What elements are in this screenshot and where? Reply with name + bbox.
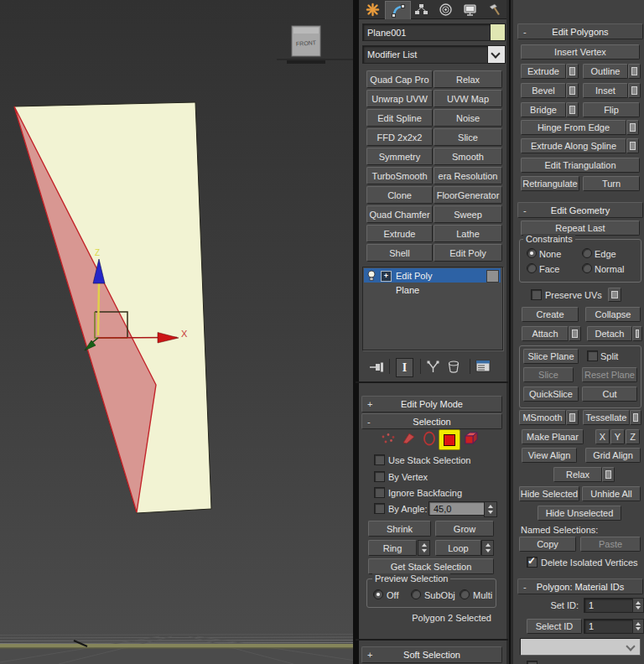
perspective-viewport[interactable]: FRONT Z X <box>0 0 356 664</box>
front-box-object[interactable]: FRONT <box>277 26 355 64</box>
spinner-down-icon[interactable] <box>636 627 641 630</box>
modbtn-quad-chamfer[interactable]: Quad Chamfer <box>366 205 433 223</box>
attach-button[interactable]: Attach <box>522 326 569 341</box>
make-planar-x-button[interactable]: X <box>595 429 610 444</box>
gizmo-z-shaft[interactable] <box>98 283 99 335</box>
tab-utilities[interactable] <box>482 1 506 18</box>
vertex-mode-icon[interactable] <box>381 433 397 445</box>
bevel-settings-button[interactable] <box>566 83 579 98</box>
stack-item-edit-poly[interactable]: + Edit Poly <box>364 268 501 283</box>
collapse-button[interactable]: Collapse <box>585 307 641 322</box>
slice-button[interactable]: Slice <box>523 367 574 382</box>
hinge-from-edge-settings-button[interactable] <box>626 120 639 135</box>
inset-settings-button[interactable] <box>628 83 641 98</box>
delete-isolated-vertices-checkbox[interactable] <box>527 557 538 568</box>
modbtn-shell[interactable]: Shell <box>366 244 433 262</box>
modbtn-lathe[interactable]: Lathe <box>434 225 502 242</box>
modbtn-ffd-2x2x2[interactable]: FFD 2x2x2 <box>366 128 433 146</box>
spinner-up-icon[interactable] <box>422 543 427 547</box>
modbtn-quad-cap-pro[interactable]: Quad Cap Pro <box>366 70 433 88</box>
detach-settings-button[interactable] <box>632 326 642 341</box>
modbtn-uvw-map[interactable]: UVW Map <box>434 90 502 107</box>
modbtn-extrude[interactable]: Extrude <box>366 225 433 242</box>
cut-button[interactable]: Cut <box>582 386 637 402</box>
view-align-button[interactable]: View Align <box>522 448 577 463</box>
flip-button[interactable]: Flip <box>583 102 640 117</box>
quickslice-button[interactable]: QuickSlice <box>523 386 579 402</box>
retriangulate-button[interactable]: Retriangulate <box>521 176 579 191</box>
spinner-down-icon[interactable] <box>486 549 491 552</box>
modbtn-edit-spline[interactable]: Edit Spline <box>366 109 433 127</box>
preview-off-radio[interactable] <box>373 589 383 599</box>
preview-multi-radio[interactable] <box>460 589 470 599</box>
by-angle-checkbox[interactable] <box>374 503 385 514</box>
shrink-button[interactable]: Shrink <box>368 521 431 537</box>
tab-create[interactable] <box>361 1 385 18</box>
tab-motion[interactable] <box>434 1 458 18</box>
relax-button[interactable]: Relax <box>553 467 602 482</box>
insert-vertex-button[interactable]: Insert Vertex <box>521 44 640 60</box>
make-planar-y-button[interactable]: Y <box>610 429 625 444</box>
bevel-button[interactable]: Bevel <box>521 83 566 98</box>
modbtn-edit-poly[interactable]: Edit Poly <box>434 244 502 262</box>
remove-modifier-icon[interactable] <box>448 361 460 374</box>
tessellate-button[interactable]: Tessellate <box>583 410 630 425</box>
spinner-up-icon[interactable] <box>636 601 641 604</box>
tessellate-settings-button[interactable] <box>630 410 641 425</box>
bridge-button[interactable]: Bridge <box>521 102 566 117</box>
ignore-backfacing-checkbox[interactable] <box>374 487 385 498</box>
hide-unselected-button[interactable]: Hide Unselected <box>538 506 621 521</box>
tab-modify[interactable] <box>385 1 411 19</box>
paste-button[interactable]: Paste <box>580 537 641 552</box>
constraint-none-radio[interactable] <box>527 248 537 258</box>
modbtn-turbosmooth[interactable]: TurboSmooth <box>366 167 433 184</box>
slice-plane-button[interactable]: Slice Plane <box>523 349 579 364</box>
msmooth-button[interactable]: MSmooth <box>519 410 566 425</box>
loop-spinner[interactable] <box>481 540 494 556</box>
make-unique-icon[interactable] <box>426 361 440 374</box>
modbtn-clone[interactable]: Clone <box>366 186 433 204</box>
stack-expand-icon[interactable]: + <box>381 271 392 282</box>
extrude-button[interactable]: Extrude <box>521 64 566 79</box>
extrude-settings-button[interactable] <box>566 64 579 79</box>
lightbulb-icon[interactable] <box>366 270 377 282</box>
constraint-face-radio[interactable] <box>527 263 537 273</box>
set-id-input[interactable]: 1 <box>584 598 636 613</box>
object-name-input[interactable]: Plane001 <box>362 23 492 41</box>
hide-selected-button[interactable]: Hide Selected <box>519 486 579 501</box>
spinner-up-icon[interactable] <box>636 622 641 625</box>
modbtn-sweep[interactable]: Sweep <box>434 205 502 223</box>
element-mode-icon[interactable] <box>463 430 480 447</box>
rollout-selection[interactable]: - Selection <box>361 413 502 429</box>
modbtn-symmetry[interactable]: Symmetry <box>366 148 433 165</box>
select-id-button[interactable]: Select ID <box>527 619 582 634</box>
unhide-all-button[interactable]: Unhide All <box>582 486 641 501</box>
pin-stack-icon[interactable] <box>370 361 387 373</box>
spinner-up-icon[interactable] <box>486 543 491 547</box>
relax-settings-button[interactable] <box>602 467 615 482</box>
extrude-along-spline-button[interactable]: Extrude Along Spline <box>521 138 626 153</box>
reset-plane-button[interactable]: Reset Plane <box>582 367 637 382</box>
material-name-dropdown[interactable] <box>520 638 641 656</box>
set-id-spinner[interactable] <box>632 598 644 613</box>
make-planar-button[interactable]: Make Planar <box>522 429 584 444</box>
make-planar-z-button[interactable]: Z <box>626 429 640 444</box>
rollout-soft-selection[interactable]: + Soft Selection <box>361 646 502 663</box>
preserve-uvs-settings-button[interactable] <box>608 288 621 302</box>
tab-display[interactable] <box>458 1 482 18</box>
object-color-swatch[interactable] <box>490 23 506 41</box>
bridge-settings-button[interactable] <box>566 102 579 117</box>
turn-button[interactable]: Turn <box>583 176 640 191</box>
preview-subobj-radio[interactable] <box>411 589 421 599</box>
clear-selection-checkbox-partial[interactable] <box>527 661 538 664</box>
edge-mode-icon[interactable] <box>402 431 417 446</box>
by-angle-spinner[interactable] <box>484 501 497 517</box>
spinner-up-icon[interactable] <box>488 505 493 508</box>
preserve-uvs-checkbox[interactable] <box>531 289 542 300</box>
ring-spinner[interactable] <box>418 540 430 556</box>
modbtn-smooth[interactable]: Smooth <box>434 148 502 165</box>
hinge-from-edge-button[interactable]: Hinge From Edge <box>521 120 626 135</box>
show-end-result-icon[interactable]: I <box>396 358 413 377</box>
msmooth-settings-button[interactable] <box>566 410 579 425</box>
select-id-input[interactable]: 1 <box>584 619 636 634</box>
